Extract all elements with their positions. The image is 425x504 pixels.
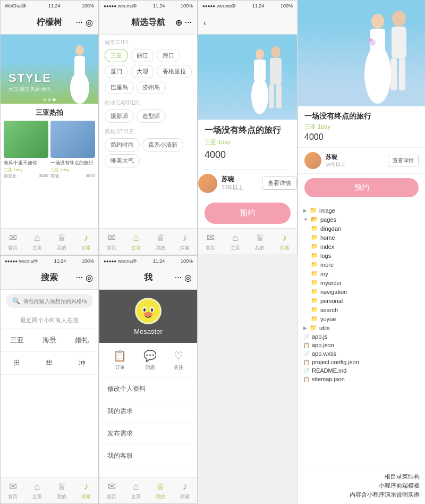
phone2-location-icon[interactable]: ⊕: [175, 18, 182, 28]
photo-card-2[interactable]: 一场没有终点的旅行 三亚 1day 苏晓 4000: [50, 121, 95, 179]
phone4-search-box[interactable]: 🔍: [6, 294, 93, 308]
phone3-photographer-row: 苏晓 10年以上 查看详情: [198, 174, 297, 193]
tree-item-appjs[interactable]: 📄 app.js: [303, 332, 420, 341]
phone5-edit-profile[interactable]: 修改个人资料: [99, 378, 197, 400]
tree-item-sitemapjson[interactable]: 📋 sitemap.json: [303, 375, 420, 383]
tree-item-appjson[interactable]: 📋 app.json: [303, 341, 420, 349]
city-tag-jeju[interactable]: 济州岛: [137, 81, 166, 94]
phone1-more-icon[interactable]: ···: [76, 18, 83, 28]
city-tag-dali[interactable]: 大理: [131, 65, 154, 78]
phone5-tab-home[interactable]: ⌂ 主页: [124, 481, 148, 500]
tree-item-image[interactable]: ▶ 📁 image: [303, 206, 420, 215]
p3-send-label: 首页: [206, 245, 215, 251]
city-tag-haikou[interactable]: 海口: [157, 49, 180, 62]
career-tag-photo[interactable]: 摄影师: [105, 110, 134, 123]
phone5-more-icon[interactable]: ···: [175, 273, 182, 283]
recent-tag-wedding[interactable]: 婚礼: [66, 329, 98, 352]
p2-my-label: 我的: [156, 245, 165, 251]
phone3-tab-home[interactable]: ⌂ 主页: [223, 232, 248, 251]
tree-item-index[interactable]: 📁 index: [303, 242, 420, 251]
tree-item-search[interactable]: 📁 search: [303, 305, 420, 314]
tree-item-projectconfig[interactable]: 📋 project.config.json: [303, 358, 420, 366]
tree-item-personal[interactable]: 📁 personal: [303, 296, 420, 305]
phone5-follow-icon-item[interactable]: ♡ 关注: [174, 349, 183, 371]
phone1-tab-explore[interactable]: ♪ 探索: [74, 232, 98, 251]
recent-tag-sea[interactable]: 海景: [33, 329, 65, 352]
phone2-tab-my[interactable]: ♕ 我的: [148, 232, 173, 251]
style-tag-simple[interactable]: 简约时尚: [105, 138, 140, 152]
career-filter: 职业|CARRER 摄影师 造型师: [105, 99, 192, 123]
phone3-photographer-exp: 10年以上: [222, 184, 243, 191]
phone2-tab-explore[interactable]: ♪ 探索: [173, 232, 197, 251]
phone1-tab-send[interactable]: ✉ 首页: [1, 232, 25, 251]
phone3-tab-explore[interactable]: ♪ 探索: [273, 232, 298, 251]
phone1-status-bar: WeChat学 11:24 100%: [1, 1, 98, 11]
tree-item-myorder[interactable]: 📁 myorder: [303, 278, 420, 287]
phone5-location-icon[interactable]: ◎: [184, 273, 192, 283]
style-tag-elegant[interactable]: 唯美大气: [105, 154, 140, 167]
tree-item-appwxss[interactable]: 📄 app.wxss: [303, 349, 420, 358]
phone4-tab-my[interactable]: ♕ 我的: [49, 481, 74, 500]
right-view-detail-btn[interactable]: 查看详情: [388, 155, 419, 166]
phone4-more-icon[interactable]: ···: [76, 273, 83, 283]
phone1-location-icon[interactable]: ◎: [86, 18, 93, 28]
tree-item-my[interactable]: 📁 my: [303, 269, 420, 278]
p4-home-icon: ⌂: [35, 481, 40, 492]
phone5-tab-explore[interactable]: ♪ 探索: [173, 481, 197, 500]
phone1-tab-home[interactable]: ⌂ 主页: [25, 232, 49, 251]
tree-item-logs[interactable]: 📁 logs: [303, 251, 420, 260]
phone3-sub: 三亚 1day: [205, 138, 291, 146]
right-panel: 一场没有终点的旅行 三亚 1day 4000 苏晓 10年以上 查看详情 预约 …: [298, 0, 425, 504]
tree-label-yuyue: yuyue: [320, 316, 336, 322]
folder-icon-dingdan: 📁: [311, 225, 318, 232]
phone4-tab-send[interactable]: ✉ 首页: [1, 481, 25, 500]
phone4-location-icon[interactable]: ◎: [86, 273, 93, 283]
photo-card-1[interactable]: 春风十里不如你 三亚 1day 南若北 3000: [4, 121, 48, 179]
phone4-tab-home[interactable]: ⌂ 主页: [25, 481, 49, 500]
phone5-message-icon-item[interactable]: 💬 消息: [143, 349, 157, 371]
phone2-more-icon[interactable]: ···: [185, 18, 192, 28]
hero-dot-1: [44, 98, 46, 101]
recent-tag-sanya[interactable]: 三亚: [1, 329, 33, 352]
phone5-customer-service[interactable]: 我的客服: [99, 445, 197, 467]
phone4-tab-explore[interactable]: ♪ 探索: [74, 481, 98, 500]
style-tag-forest[interactable]: 森系小清新: [142, 138, 183, 152]
recent-tag-kun[interactable]: 坤: [66, 352, 98, 375]
tree-item-pages[interactable]: ▼ 📂 pages: [303, 215, 420, 224]
phone3-view-detail-btn[interactable]: 查看详情: [262, 177, 297, 190]
city-tag-lijiang[interactable]: 丽江: [131, 49, 154, 62]
tree-item-utils[interactable]: ▶ 📁 utils: [303, 323, 420, 332]
phone3-book-btn[interactable]: 预约: [205, 203, 291, 224]
phone3-tab-send[interactable]: ✉ 首页: [198, 232, 223, 251]
tree-item-dingdan[interactable]: 📁 dingdan: [303, 224, 420, 233]
right-book-btn[interactable]: 预约: [304, 178, 419, 197]
city-tag-xiamen[interactable]: 厦门: [105, 65, 128, 78]
city-tag-sanya[interactable]: 三亚: [105, 49, 128, 62]
tree-item-yuyue[interactable]: 📁 yuyue: [303, 314, 420, 323]
phone5-tab-send[interactable]: ✉ 首页: [99, 481, 124, 500]
phone2-tab-send[interactable]: ✉ 首页: [99, 232, 124, 251]
tree-item-more[interactable]: 📁 more: [303, 260, 420, 269]
tree-item-home[interactable]: 📁 home: [303, 233, 420, 242]
phone5-my-demand[interactable]: 我的需求: [99, 400, 197, 423]
city-tag-shangrila[interactable]: 香格里拉: [157, 65, 192, 78]
tree-item-readme[interactable]: 📄 README.md: [303, 366, 420, 375]
photo-caption-1: 春风十里不如你: [4, 159, 48, 166]
phone4-search-input[interactable]: [23, 298, 87, 304]
career-tag-stylist[interactable]: 造型师: [137, 110, 166, 123]
right-photo-sub: 三亚 1day: [304, 123, 419, 131]
tree-item-navigation[interactable]: 📁 navigation: [303, 287, 420, 296]
phone5-publish-demand[interactable]: 发布需求: [99, 423, 197, 445]
p5-my-label: 我的: [156, 493, 165, 500]
recent-tag-tian[interactable]: 田: [1, 352, 33, 375]
phone5-order-icon-item[interactable]: 📋 订单: [113, 349, 126, 371]
phone1-tab-my[interactable]: ♕ 我的: [49, 232, 74, 251]
recent-tag-hua[interactable]: 华: [33, 352, 65, 375]
phone5-tab-my[interactable]: ♕ 我的: [148, 481, 173, 500]
city-tag-bali[interactable]: 巴厘岛: [105, 81, 134, 94]
phone2-tab-home[interactable]: ⌂ 主页: [124, 232, 148, 251]
phone5-carrier: ●●●●● WeChat学: [104, 258, 137, 264]
phone3-back-btn[interactable]: ‹: [203, 19, 206, 27]
phone3-tab-my[interactable]: ♕ 我的: [248, 232, 273, 251]
svg-point-0: [75, 45, 84, 56]
